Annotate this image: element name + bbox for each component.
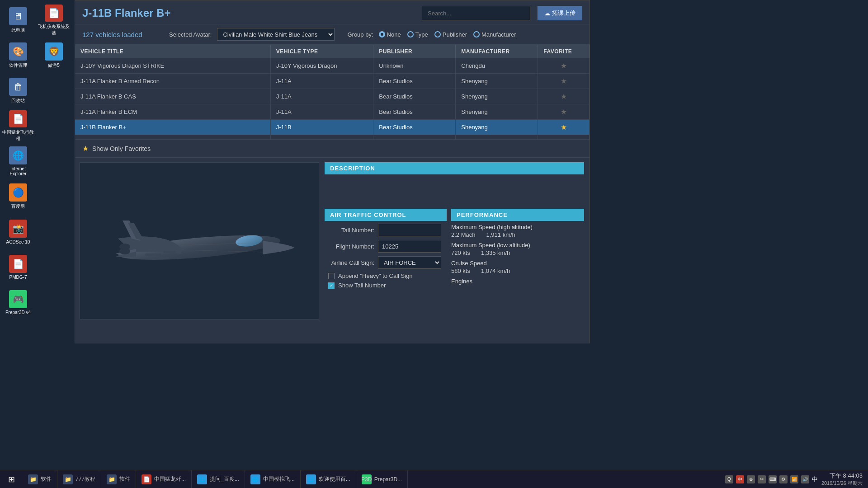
atc-header: AIR TRAFFIC CONTROL	[325, 209, 447, 221]
recycle-icon: 🗑	[9, 78, 27, 96]
cell-favorite[interactable]: ★	[538, 120, 590, 135]
radio-type[interactable]: Type	[407, 31, 428, 38]
desktop-icon-pc[interactable]: 🖥 此电脑	[2, 5, 34, 36]
append-heavy-label: Append "Heavy" to Call Sign	[338, 272, 413, 279]
taskbar-item-1[interactable]: 📁 777教程	[57, 470, 101, 488]
taskbar-item-7[interactable]: P3D Prepar3D...	[356, 470, 408, 488]
tail-number-input[interactable]	[378, 224, 441, 236]
tray-icon-qq[interactable]: Q	[725, 475, 733, 483]
favorite-star-icon: ★	[561, 93, 567, 100]
desktop-icon-pmdg[interactable]: 📄 PMDG-7	[2, 251, 34, 283]
table-row[interactable]: J-11A Flanker B ECM J-11A Bear Studios S…	[75, 104, 590, 120]
tray-icon-4[interactable]: ⚙	[779, 475, 788, 483]
desktop-icon-flight[interactable]: 📄 飞机仪表系统及基	[38, 5, 70, 36]
ie-icon: 🌐	[9, 146, 27, 164]
taskbar-item-5[interactable]: 🌐 中国模拟飞...	[245, 470, 301, 488]
taskbar-icon-6: 🌐	[306, 474, 316, 484]
desktop-icon-baidu[interactable]: 🔵 百度网	[2, 181, 34, 212]
maxthon-icon: 🦁	[45, 42, 63, 61]
radio-none[interactable]: None	[379, 31, 401, 38]
favorites-bar: ★ Show Only Favorites	[75, 140, 590, 158]
software-icon-label: 软件管理	[9, 62, 27, 69]
performance-section: PERFORMANCE Maximum Speed (high altitude…	[451, 209, 584, 319]
cell-favorite[interactable]: ★	[538, 58, 590, 74]
perf-high-speed-kmh: 1,911 km/h	[486, 231, 515, 238]
aircraft-image	[91, 178, 308, 304]
taskbar-item-6[interactable]: 🌐 欢迎使用百...	[301, 470, 356, 488]
avatar-select[interactable]: Civilian Male White Shirt Blue Jeans	[217, 28, 335, 41]
perf-item-low-speed: Maximum Speed (low altitude) 720 kts 1,3…	[451, 242, 584, 256]
favorite-star-icon: ★	[561, 77, 567, 85]
append-heavy-row: Append "Heavy" to Call Sign	[325, 272, 447, 279]
tray-icon-network[interactable]: 📶	[790, 475, 798, 483]
append-heavy-checkbox[interactable]	[328, 273, 335, 279]
table-row[interactable]: J-11A Flanker B Armed Recon J-11A Bear S…	[75, 74, 590, 89]
radio-publisher[interactable]: Publisher	[434, 31, 467, 38]
perf-item-cruise: Cruise Speed 580 kts 1,074 km/h	[451, 260, 584, 274]
search-input[interactable]	[422, 6, 530, 20]
taskbar-item-4[interactable]: 🌐 提问_百度...	[192, 470, 245, 488]
svg-rect-4	[145, 253, 161, 256]
table-row[interactable]: J-11B Flanker B+ CAS J-11B Bear Studios …	[75, 135, 590, 140]
app-header: J-11B Flanker B+ ☁ 拓课上传	[75, 0, 590, 24]
maxthon-icon-label: 傲游5	[48, 62, 60, 69]
group-by-label: Group by:	[347, 31, 373, 38]
call-sign-label: Airline Call Sign:	[325, 259, 374, 266]
col-header-publisher: PUBLISHER	[373, 45, 456, 58]
cell-publisher: Bear Studios	[373, 104, 456, 120]
cell-publisher: Unknown	[373, 58, 456, 74]
radio-manufacturer[interactable]: Manufacturer	[473, 31, 516, 38]
cell-type: J-11B	[270, 120, 373, 135]
tray-icon-3[interactable]: ⌨	[769, 475, 777, 483]
taskbar: ⊞ 📁 软件 📁 777教程 📁 软件 📄 中国猛龙歼... 🌐 提问_百度..…	[0, 470, 868, 488]
cell-favorite[interactable]: ★	[538, 89, 590, 104]
description-section: DESCRIPTION	[325, 162, 584, 204]
clock-time: 下午 8:44:03	[821, 472, 863, 480]
tray-icon-ime[interactable]: 中	[736, 475, 744, 483]
acdsee-icon-label: ACDSee 10	[6, 239, 30, 244]
ie-icon-label: Internet Explorer	[2, 166, 34, 176]
desktop-icon-prepar3d[interactable]: 🎮 Prepar3D v4	[2, 286, 34, 318]
cell-favorite[interactable]: ★	[538, 135, 590, 140]
check-mark: ✓	[330, 283, 333, 288]
show-tail-checkbox[interactable]: ✓	[328, 282, 335, 289]
perf-high-speed-values: 2.2 Mach 1,911 km/h	[451, 231, 584, 238]
atc-performance-row: AIR TRAFFIC CONTROL Tail Number: Flight …	[325, 209, 584, 319]
table-row[interactable]: J-11A Flanker B CAS J-11A Bear Studios S…	[75, 89, 590, 104]
cell-favorite[interactable]: ★	[538, 74, 590, 89]
pmdg-icon-label: PMDG-7	[9, 275, 27, 280]
taskbar-ime-label[interactable]: 中	[812, 475, 818, 483]
table-row[interactable]: J-11B Flanker B+ J-11B Bear Studios Shen…	[75, 120, 590, 135]
tray-icon-volume[interactable]: 🔊	[801, 475, 809, 483]
call-sign-row: Airline Call Sign: AIR FORCE	[325, 256, 447, 269]
desktop-icon-tutorial[interactable]: 📄 中国猛龙飞行教程	[2, 110, 34, 142]
tray-icon-2[interactable]: ✂	[758, 475, 766, 483]
cell-title: J-10Y Vigorous Dragon STRIKE	[75, 58, 270, 74]
cell-manufacturer: Shenyang	[456, 104, 538, 120]
description-header: DESCRIPTION	[325, 162, 584, 174]
cell-title: J-11B Flanker B+	[75, 120, 270, 135]
svg-rect-6	[163, 251, 176, 253]
flight-number-input[interactable]	[378, 240, 441, 253]
desktop-icon-ie[interactable]: 🌐 Internet Explorer	[2, 145, 34, 177]
desktop-icon-acdsee[interactable]: 📸 ACDSee 10	[2, 216, 34, 248]
taskbar-item-3[interactable]: 📄 中国猛龙歼...	[136, 470, 192, 488]
cell-favorite[interactable]: ★	[538, 104, 590, 120]
perf-cruise-kmh: 1,074 km/h	[481, 267, 510, 274]
table-row[interactable]: J-10Y Vigorous Dragon STRIKE J-10Y Vigor…	[75, 58, 590, 74]
taskbar-item-0[interactable]: 📁 软件	[23, 470, 57, 488]
taskbar-clock[interactable]: 下午 8:44:03 2019/10/26 星期六	[821, 472, 863, 486]
desktop-icon-software[interactable]: 🎨 软件管理	[2, 40, 34, 71]
show-only-favorites-label[interactable]: Show Only Favorites	[92, 145, 151, 152]
start-button[interactable]: ⊞	[0, 470, 23, 488]
pc-icon: 🖥	[9, 7, 27, 25]
cell-publisher: Bear Studios	[373, 135, 456, 140]
cell-manufacturer: Shenyang	[456, 135, 538, 140]
desktop-icon-recycle[interactable]: 🗑 回收站	[2, 75, 34, 107]
desktop-icon-maxthon[interactable]: 🦁 傲游5	[38, 40, 70, 71]
call-sign-select[interactable]: AIR FORCE	[378, 256, 441, 269]
tail-number-row: Tail Number:	[325, 224, 447, 236]
tray-icon-1[interactable]: ⊕	[747, 475, 755, 483]
upload-button[interactable]: ☁ 拓课上传	[538, 6, 582, 20]
taskbar-item-2[interactable]: 📁 软件	[101, 470, 136, 488]
